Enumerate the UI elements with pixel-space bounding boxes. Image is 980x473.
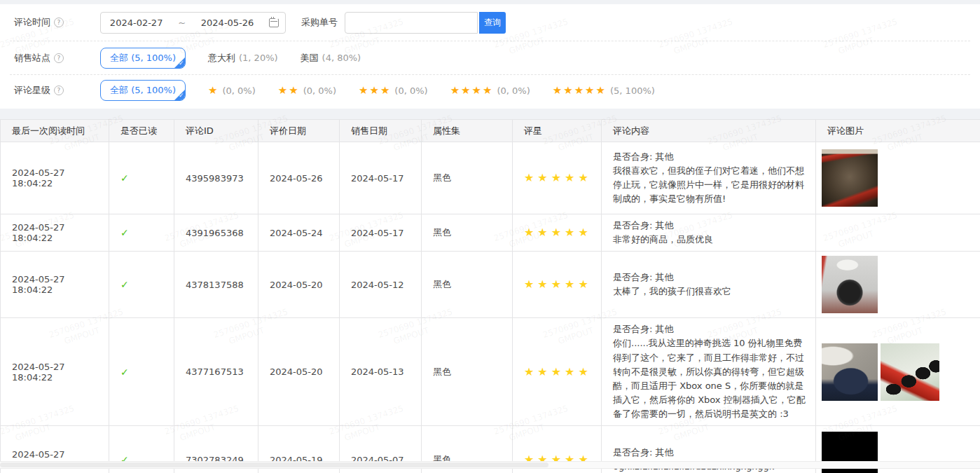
date-range-separator: ~ bbox=[178, 18, 186, 28]
star-icon: ★★ bbox=[278, 85, 300, 96]
read-check-icon: ✓ bbox=[120, 172, 129, 184]
review-fit-line: 是否合身: 其他 bbox=[613, 219, 807, 233]
review-photo-thumbnail[interactable] bbox=[822, 343, 878, 401]
query-button[interactable]: 查询 bbox=[479, 12, 506, 34]
help-icon[interactable] bbox=[54, 53, 64, 63]
cell-read-time: 2024-05-27 18:04:22 bbox=[1, 214, 109, 252]
cell-review-id: 4377167513 bbox=[174, 318, 258, 426]
cell-review-date: 2024-05-20 bbox=[258, 252, 340, 318]
reviews-table-container: 最后一次阅读时间 是否已读 评论ID 评价日期 销售日期 属性集 评星 评论内容… bbox=[0, 119, 980, 473]
cell-review-id: 4395983973 bbox=[174, 142, 258, 214]
cell-sale-date: 2024-05-17 bbox=[340, 214, 422, 252]
date-from-value[interactable]: 2024-02-27 bbox=[107, 18, 166, 28]
cell-sale-date: 2024-05-17 bbox=[340, 142, 422, 214]
cell-attribute: 黑色 bbox=[422, 252, 513, 318]
site-all-label: 全部 (5, 100%) bbox=[110, 52, 176, 64]
rating-filter-all-chip[interactable]: 全部 (5, 100%) bbox=[100, 80, 186, 101]
read-check-icon: ✓ bbox=[120, 366, 129, 378]
rating-4-count: (0, 0%) bbox=[497, 85, 530, 96]
cell-attribute: 黑色 bbox=[422, 318, 513, 426]
col-header-last-read-time: 最后一次阅读时间 bbox=[1, 120, 109, 142]
site-filter-all-chip[interactable]: 全部 (5, 100%) bbox=[100, 48, 186, 69]
cell-sale-date: 2024-05-13 bbox=[340, 318, 422, 426]
review-fit-line: 是否合身: 其他 bbox=[613, 270, 807, 285]
site-filter-italy[interactable]: 意大利 (1, 20%) bbox=[208, 52, 278, 64]
rating-filter-1-star[interactable]: ★ (0, 0%) bbox=[208, 85, 256, 96]
col-header-attribute-set: 属性集 bbox=[422, 120, 513, 142]
review-time-label: 评论时间 bbox=[14, 16, 100, 29]
scrollbar-thumb[interactable] bbox=[0, 462, 548, 467]
table-row: 2024-05-27 18:04:22 ✓ 4391965368 2024-05… bbox=[1, 214, 980, 252]
rating-all-label: 全部 (5, 100%) bbox=[110, 84, 176, 97]
rating-1-count: (0, 0%) bbox=[222, 85, 255, 96]
selected-check-icon bbox=[174, 89, 186, 101]
table-row: 2024-05-27 18:04:22 ✓ 4377167513 2024-05… bbox=[1, 318, 980, 426]
calendar-icon[interactable] bbox=[269, 18, 279, 27]
col-header-images: 评论图片 bbox=[816, 120, 980, 142]
cell-read-time: 2024-05-27 18:04:22 bbox=[1, 318, 109, 426]
date-to-value[interactable]: 2024-05-26 bbox=[198, 18, 257, 28]
cell-review-content: 是否合身: 其他 你们......我从这里的神奇挑选 10 份礼物里免费得到了这… bbox=[602, 318, 816, 426]
table-header-row: 最后一次阅读时间 是否已读 评论ID 评价日期 销售日期 属性集 评星 评论内容… bbox=[1, 120, 980, 142]
rating-filter-5-star[interactable]: ★★★★★ (5, 100%) bbox=[553, 85, 655, 96]
rating-stars-icon: ★★★★★ bbox=[524, 277, 592, 291]
review-text: 你们......我从这里的神奇挑选 10 份礼物里免费得到了这个，它来了，而且工… bbox=[613, 336, 807, 421]
review-text: 太棒了，我的孩子们很喜欢它 bbox=[613, 285, 807, 299]
purchase-order-input[interactable] bbox=[345, 12, 478, 34]
review-rating-label-text: 评论星级 bbox=[14, 84, 50, 97]
review-rating-label: 评论星级 bbox=[14, 84, 100, 97]
sales-site-label: 销售站点 bbox=[14, 52, 100, 64]
purchase-order-label: 采购单号 bbox=[301, 16, 338, 29]
review-photo-thumbnail[interactable] bbox=[822, 149, 878, 207]
rating-filter-3-star[interactable]: ★★★ (0, 0%) bbox=[359, 85, 428, 96]
site-usa-label: 美国 bbox=[301, 52, 319, 64]
cell-review-id: 4391965368 bbox=[174, 214, 258, 252]
cell-review-content: 是否合身: 其他 太棒了，我的孩子们很喜欢它 bbox=[602, 252, 816, 318]
star-icon: ★★★ bbox=[359, 85, 391, 96]
rating-filter-4-star[interactable]: ★★★★ (0, 0%) bbox=[450, 85, 530, 96]
table-row: 2024-05-27 18:04:22 ✓ 4378137588 2024-05… bbox=[1, 252, 980, 318]
col-header-is-read: 是否已读 bbox=[109, 120, 174, 142]
site-italy-label: 意大利 bbox=[208, 52, 235, 64]
cell-read-time: 2024-05-27 18:04:22 bbox=[1, 142, 109, 214]
review-text: 我很喜欢它，但我的侄子们对它着迷，他们不想停止玩，它就像照片中一样，它是用很好的… bbox=[613, 164, 807, 206]
selected-check-icon bbox=[174, 57, 186, 69]
help-icon[interactable] bbox=[54, 18, 64, 27]
cell-attribute: 黑色 bbox=[422, 214, 513, 252]
review-management-page: 2570690 1374325GMPOUT2570690 1374325GMPO… bbox=[0, 0, 980, 473]
col-header-sale-date: 销售日期 bbox=[340, 120, 422, 142]
cell-review-id: 4378137588 bbox=[174, 252, 258, 318]
cell-review-date: 2024-05-26 bbox=[258, 142, 340, 214]
filter-row-rating: 评论星级 全部 (5, 100%) ★ (0, 0%) ★★ (0, 0%) ★… bbox=[0, 75, 980, 106]
site-usa-count: (4, 80%) bbox=[322, 53, 361, 63]
read-check-icon: ✓ bbox=[120, 279, 129, 290]
review-fit-line: 是否合身: 其他 bbox=[613, 322, 807, 336]
review-fit-line: 是否合身: 其他 bbox=[613, 150, 807, 164]
rating-filter-2-star[interactable]: ★★ (0, 0%) bbox=[278, 85, 336, 96]
rating-stars-icon: ★★★★★ bbox=[524, 171, 592, 184]
col-header-content: 评论内容 bbox=[602, 120, 816, 142]
filter-panel: 评论时间 2024-02-27 ~ 2024-05-26 采购单号 查询 销售站… bbox=[0, 4, 980, 109]
help-icon[interactable] bbox=[54, 85, 64, 95]
cell-review-content: 是否合身: 其他 我很喜欢它，但我的侄子们对它着迷，他们不想停止玩，它就像照片中… bbox=[602, 142, 816, 214]
rating-2-count: (0, 0%) bbox=[303, 85, 336, 96]
star-icon: ★ bbox=[208, 85, 219, 96]
cell-review-date: 2024-05-20 bbox=[258, 318, 340, 426]
cell-attribute: 黑色 bbox=[422, 142, 513, 214]
filter-row-time: 评论时间 2024-02-27 ~ 2024-05-26 采购单号 查询 bbox=[0, 4, 980, 41]
date-range-picker[interactable]: 2024-02-27 ~ 2024-05-26 bbox=[100, 12, 286, 34]
star-icon: ★★★★★ bbox=[553, 85, 607, 96]
review-photo-thumbnail[interactable] bbox=[881, 343, 939, 401]
review-photo-thumbnail[interactable] bbox=[822, 256, 878, 313]
sales-site-label-text: 销售站点 bbox=[14, 52, 50, 64]
review-fit-line: 是否合身: 其他 bbox=[613, 446, 807, 460]
filter-row-site: 销售站点 全部 (5, 100%) 意大利 (1, 20%) 美国 (4, 80… bbox=[0, 41, 980, 74]
horizontal-scrollbar[interactable] bbox=[0, 461, 980, 469]
col-header-rating: 评星 bbox=[513, 120, 602, 142]
site-filter-usa[interactable]: 美国 (4, 80%) bbox=[301, 52, 361, 64]
site-italy-count: (1, 20%) bbox=[239, 53, 278, 63]
col-header-review-id: 评论ID bbox=[174, 120, 258, 142]
star-icon: ★★★★ bbox=[450, 85, 494, 96]
rating-stars-icon: ★★★★★ bbox=[524, 226, 592, 239]
review-time-label-text: 评论时间 bbox=[14, 16, 50, 29]
